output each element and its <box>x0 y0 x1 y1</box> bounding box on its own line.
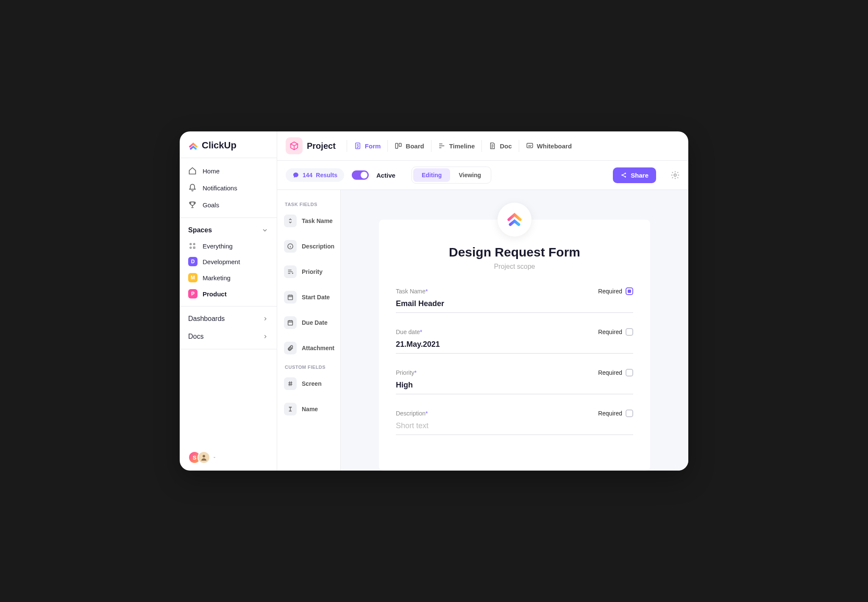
view-tabs-row: Project Form Board Timeline Doc <box>277 131 688 161</box>
results-label: Results <box>316 172 337 178</box>
field-task-name[interactable]: Task Name <box>283 212 334 230</box>
required-checkbox[interactable] <box>626 369 633 376</box>
share-label: Share <box>631 172 648 179</box>
calendar-icon <box>284 316 297 329</box>
field-value[interactable]: 21.May.2021 <box>396 338 633 354</box>
project-pill[interactable]: Project <box>286 137 342 154</box>
field-label: Start Date <box>302 294 330 301</box>
space-marketing[interactable]: M Marketing <box>180 270 277 286</box>
nav-home[interactable]: Home <box>180 162 277 179</box>
nav-goals[interactable]: Goals <box>180 196 277 213</box>
svg-rect-7 <box>399 143 401 147</box>
svg-rect-3 <box>194 247 195 248</box>
view-tab-form[interactable]: Form <box>352 139 383 152</box>
view-tab-board[interactable]: Board <box>393 139 426 152</box>
form-field-due-date[interactable]: Due date* Required 21.May.2021 <box>396 328 633 354</box>
project-label: Project <box>307 141 336 151</box>
board-icon <box>395 142 402 150</box>
field-value[interactable]: Email Header <box>396 298 633 313</box>
segment-viewing[interactable]: Viewing <box>450 168 490 182</box>
svg-point-12 <box>674 174 676 176</box>
brand-name: ClickUp <box>202 140 236 151</box>
view-tab-whiteboard[interactable]: Whiteboard <box>524 139 574 152</box>
spaces-header[interactable]: Spaces <box>180 224 277 238</box>
required-checkbox[interactable] <box>626 287 633 295</box>
form-field-task-name[interactable]: Task Name* Required Email Header <box>396 287 633 313</box>
field-priority[interactable]: Priority <box>283 263 334 281</box>
form-subtitle[interactable]: Project scope <box>396 263 633 270</box>
field-label: Description* <box>396 410 428 417</box>
chevron-down-icon[interactable] <box>212 455 217 460</box>
divider <box>431 140 431 152</box>
svg-point-4 <box>203 455 205 457</box>
share-icon <box>620 172 627 178</box>
sidebar-dashboards[interactable]: Dashboards <box>180 310 277 328</box>
view-tab-label: Timeline <box>449 142 475 150</box>
field-attachment[interactable]: Attachment <box>283 339 334 357</box>
field-label: Priority* <box>396 369 417 376</box>
form-logo[interactable] <box>498 203 531 237</box>
nav-list: Home Notifications Goals <box>180 158 277 218</box>
nav-notifications[interactable]: Notifications <box>180 179 277 196</box>
space-badge: P <box>188 289 198 298</box>
share-button[interactable]: Share <box>613 167 656 183</box>
field-label: Due date* <box>396 329 422 335</box>
chevron-right-icon <box>262 316 268 322</box>
svg-rect-6 <box>396 143 398 148</box>
space-badge: D <box>188 257 198 266</box>
view-tab-timeline[interactable]: Timeline <box>437 139 477 152</box>
section-label: Dashboards <box>188 315 225 323</box>
space-development[interactable]: D Development <box>180 254 277 270</box>
view-tab-doc[interactable]: Doc <box>487 139 513 152</box>
field-value[interactable]: Short text <box>396 420 633 435</box>
required-checkbox[interactable] <box>626 410 633 417</box>
section-label: Docs <box>188 333 203 340</box>
form-field-description[interactable]: Description* Required Short text <box>396 410 633 435</box>
svg-rect-8 <box>527 143 533 148</box>
form-field-priority[interactable]: Priority* Required High <box>396 369 633 394</box>
avatar[interactable] <box>198 451 210 464</box>
required-checkbox[interactable] <box>626 328 633 336</box>
results-count: 144 <box>303 172 312 178</box>
field-name[interactable]: Name <box>283 400 334 418</box>
view-tab-label: Board <box>406 142 424 150</box>
trophy-icon <box>188 201 197 209</box>
chevron-right-icon <box>262 334 268 340</box>
space-everything[interactable]: Everything <box>180 238 277 254</box>
field-label: Description <box>302 243 334 250</box>
sidebar-docs[interactable]: Docs <box>180 328 277 346</box>
view-tab-label: Doc <box>500 142 512 150</box>
view-tab-label: Form <box>365 142 381 150</box>
divider <box>481 140 482 152</box>
expand-icon <box>284 215 297 227</box>
settings-button[interactable] <box>670 170 680 180</box>
svg-rect-15 <box>288 321 293 325</box>
sidebar: ClickUp Home Notifications Goals Spaces <box>180 131 277 471</box>
field-label: Task Name <box>302 217 333 224</box>
results-pill[interactable]: 144 Results <box>286 168 344 182</box>
required-label: Required <box>598 329 622 335</box>
nav-label: Notifications <box>203 184 237 192</box>
segment-editing[interactable]: Editing <box>413 168 450 182</box>
info-icon <box>284 240 297 253</box>
field-label: Priority <box>302 268 323 275</box>
view-tab-label: Whiteboard <box>537 142 572 150</box>
required-label: Required <box>598 369 622 376</box>
field-start-date[interactable]: Start Date <box>283 288 334 306</box>
whiteboard-icon <box>526 142 534 150</box>
svg-rect-14 <box>288 295 293 300</box>
main: Project Form Board Timeline Doc <box>277 131 688 471</box>
mode-segment: Editing Viewing <box>412 167 491 184</box>
type-icon <box>284 403 297 415</box>
brand-logo[interactable]: ClickUp <box>180 131 277 158</box>
field-description[interactable]: Description <box>283 237 334 255</box>
svg-point-0 <box>190 243 191 245</box>
field-due-date[interactable]: Due Date <box>283 314 334 332</box>
field-screen[interactable]: Screen <box>283 375 334 393</box>
custom-fields-heading: CUSTOM FIELDS <box>285 365 333 370</box>
active-toggle[interactable] <box>352 170 369 180</box>
timeline-icon <box>438 142 446 150</box>
sidebar-footer: S <box>180 444 277 471</box>
space-product[interactable]: P Product <box>180 286 277 302</box>
field-value[interactable]: High <box>396 379 633 394</box>
